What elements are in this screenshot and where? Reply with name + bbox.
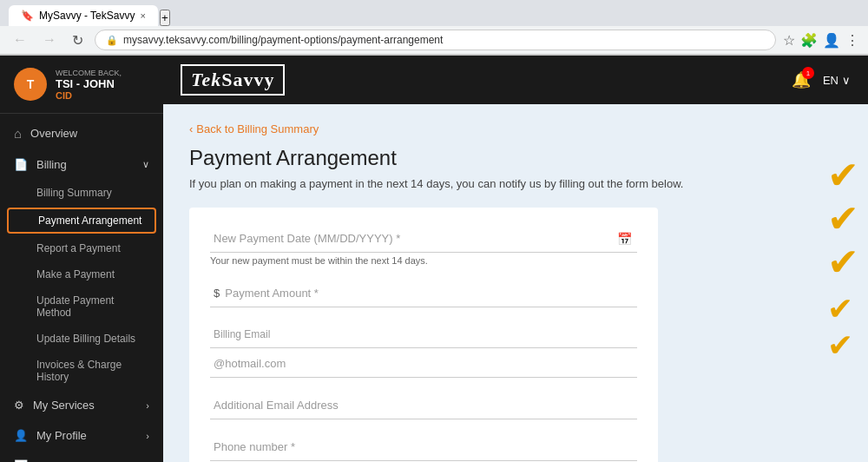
welcome-label: WELCOME BACK, — [56, 69, 122, 77]
services-label: My Services — [33, 399, 95, 412]
back-button[interactable]: ← — [9, 30, 31, 50]
sidebar: T WELCOME BACK, TSI - JOHN CID ⌂ Overvie… — [0, 56, 163, 462]
checkmark-2: ✔ — [827, 200, 859, 238]
checkmark-3: ✔ — [827, 243, 859, 281]
browser-chrome: 🔖 MySavvy - TekSavvy × + ← → ↻ 🔒 mysavvy… — [0, 0, 868, 56]
amount-field: $ — [210, 280, 637, 307]
checkmark-1: ✔ — [827, 156, 859, 195]
sidebar-item-view-usage[interactable]: 📊 View Usage › — [0, 451, 163, 462]
main-content: TekSavvy 🔔 1 EN ∨ ‹ Back to Billing Summ… — [163, 56, 868, 462]
page-title: Payment Arrangement — [189, 146, 842, 170]
cid-label: CID — [56, 90, 122, 101]
logo-tek: Tek — [191, 69, 221, 90]
sidebar-header: T WELCOME BACK, TSI - JOHN CID — [0, 56, 163, 114]
sidebar-item-overview[interactable]: ⌂ Overview — [0, 117, 163, 149]
notification-badge: 1 — [802, 67, 814, 79]
sidebar-item-report-payment[interactable]: Report a Payment — [0, 235, 163, 261]
sidebar-logo: T — [14, 68, 47, 101]
phone-field — [210, 433, 637, 461]
billing-submenu: Billing Summary Payment Arrangement Repo… — [0, 180, 163, 390]
profile-icon: 👤 — [14, 429, 28, 442]
url-text: mysavvy.teksavvy.com/billing/payment-opt… — [123, 34, 765, 46]
services-icon: ⚙ — [14, 399, 24, 412]
dollar-sign: $ — [214, 287, 220, 300]
back-arrow-icon: ‹ — [189, 122, 193, 135]
billing-icon: 📄 — [14, 158, 28, 171]
amount-input[interactable] — [225, 287, 634, 300]
extensions-icon[interactable]: 🧩 — [800, 32, 818, 49]
toolbar-actions: ☆ 🧩 👤 ⋮ — [783, 32, 859, 49]
sidebar-item-billing-summary[interactable]: Billing Summary — [0, 180, 163, 206]
logo-savvy: Savvy — [221, 69, 274, 90]
page-wrapper: T WELCOME BACK, TSI - JOHN CID ⌂ Overvie… — [0, 56, 868, 462]
notification-bell[interactable]: 🔔 1 — [792, 70, 811, 89]
billing-label: Billing — [36, 158, 67, 171]
tab-favicon: 🔖 — [21, 10, 34, 22]
content-area: ‹ Back to Billing Summary Payment Arrang… — [163, 104, 868, 462]
home-icon: ⌂ — [14, 126, 22, 141]
billing-section: 📄 Billing ∨ Billing Summary Payment Arra… — [0, 149, 163, 390]
tab-close-button[interactable]: × — [140, 10, 145, 21]
profile-label: My Profile — [36, 429, 87, 442]
tab-title: MySavvy - TekSavvy — [39, 10, 135, 22]
sidebar-item-update-payment-method[interactable]: Update Payment Method — [0, 287, 163, 326]
billing-email-value-input[interactable] — [210, 350, 637, 378]
date-field: 📅 Your new payment must be within the ne… — [210, 225, 637, 266]
checkmark-5: ✔ — [827, 330, 859, 361]
tab-bar: 🔖 MySavvy - TekSavvy × + — [0, 0, 868, 26]
sidebar-user-info: WELCOME BACK, TSI - JOHN CID — [56, 69, 122, 101]
sidebar-item-billing[interactable]: 📄 Billing ∨ — [0, 149, 163, 180]
sidebar-item-my-profile[interactable]: 👤 My Profile › — [0, 420, 163, 451]
payment-arrangement-form: 📅 Your new payment must be within the ne… — [189, 208, 658, 462]
browser-toolbar: ← → ↻ 🔒 mysavvy.teksavvy.com/billing/pay… — [0, 26, 868, 55]
user-name: TSI - JOHN — [56, 77, 122, 90]
sidebar-item-invoices[interactable]: Invoices & Charge History — [0, 352, 163, 390]
lock-icon: 🔒 — [106, 35, 118, 46]
bookmark-icon[interactable]: ☆ — [783, 32, 795, 49]
active-tab[interactable]: 🔖 MySavvy - TekSavvy × — [9, 5, 158, 26]
services-chevron-icon: › — [146, 400, 149, 411]
additional-email-input[interactable] — [210, 392, 637, 419]
checkmarks-decoration: ✔ ✔ ✔ ✔ ✔ — [827, 156, 859, 361]
phone-input[interactable] — [210, 433, 637, 461]
menu-icon[interactable]: ⋮ — [845, 32, 859, 49]
back-link-text: Back to Billing Summary — [196, 122, 319, 135]
new-tab-button[interactable]: + — [160, 10, 170, 26]
language-label: EN — [823, 74, 838, 87]
top-bar-right: 🔔 1 EN ∨ — [792, 70, 851, 89]
date-input-wrapper: 📅 — [210, 225, 637, 253]
user-profile-icon[interactable]: 👤 — [823, 32, 840, 49]
checkmark-4: ✔ — [827, 294, 859, 325]
sidebar-item-payment-arrangement[interactable]: Payment Arrangement — [7, 208, 156, 234]
sidebar-nav: ⌂ Overview 📄 Billing ∨ Billing Summary P… — [0, 114, 163, 462]
billing-email-field — [210, 321, 637, 378]
sidebar-item-update-billing-details[interactable]: Update Billing Details — [0, 326, 163, 352]
teksavvy-logo: TekSavvy — [181, 64, 285, 96]
calendar-icon: 📅 — [617, 232, 632, 246]
date-hint: Your new payment must be within the next… — [210, 255, 637, 266]
forward-button[interactable]: → — [38, 30, 61, 50]
language-selector[interactable]: EN ∨ — [823, 74, 851, 87]
refresh-button[interactable]: ↻ — [68, 30, 88, 50]
address-bar[interactable]: 🔒 mysavvy.teksavvy.com/billing/payment-o… — [95, 30, 776, 50]
amount-input-wrapper: $ — [210, 280, 637, 307]
date-input[interactable] — [210, 225, 637, 253]
billing-email-input[interactable] — [210, 321, 637, 348]
billing-chevron-icon: ∨ — [142, 159, 149, 170]
top-bar: TekSavvy 🔔 1 EN ∨ — [163, 56, 868, 104]
back-link[interactable]: ‹ Back to Billing Summary — [189, 122, 319, 135]
page-description: If you plan on making a payment in the n… — [189, 177, 842, 190]
overview-label: Overview — [30, 127, 77, 140]
profile-chevron-icon: › — [146, 431, 149, 441]
sidebar-item-make-payment[interactable]: Make a Payment — [0, 261, 163, 287]
additional-email-field — [210, 392, 637, 419]
language-chevron-icon: ∨ — [842, 74, 851, 87]
sidebar-item-my-services[interactable]: ⚙ My Services › — [0, 390, 163, 420]
